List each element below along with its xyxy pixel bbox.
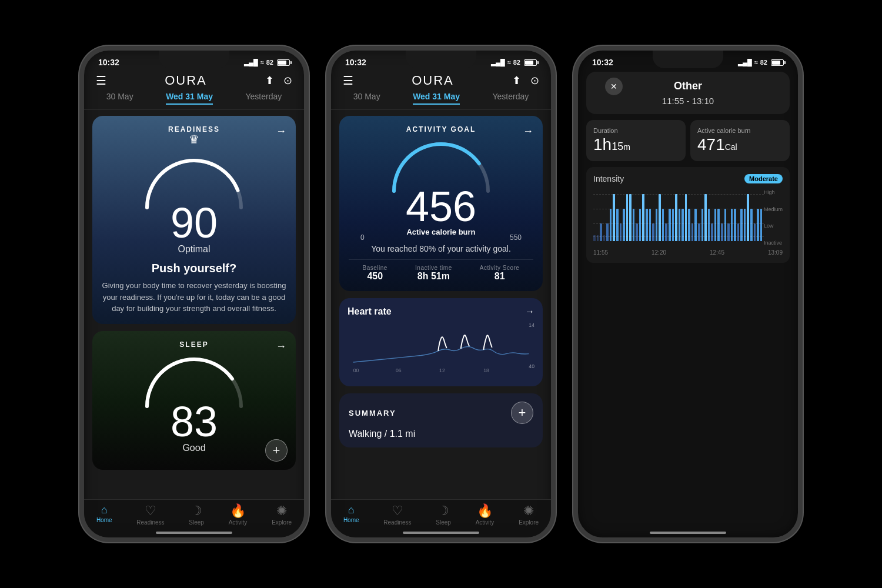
inactive-stat: Inactive time 8h 51m	[415, 265, 452, 282]
low-line	[593, 223, 764, 224]
date-prev-2[interactable]: 30 May	[353, 92, 380, 105]
tab-sleep-label-1: Sleep	[189, 519, 204, 526]
date-next-1[interactable]: Yesterday	[245, 92, 282, 105]
settings-icon-2[interactable]: ⊙	[530, 74, 539, 87]
readiness-tab-icon-2: ♡	[392, 505, 403, 517]
bar-6	[613, 194, 615, 241]
phone2-content: → ACTIVITY GOAL 456 Active calorie burn …	[331, 110, 551, 500]
summary-plus-button[interactable]: +	[511, 402, 533, 424]
date-current-1[interactable]: Wed 31 May	[166, 92, 213, 105]
medium-line	[593, 209, 764, 209]
hr-title: Heart rate	[348, 306, 392, 317]
bar-41	[727, 223, 730, 241]
activity-tab-icon-1: 🔥	[230, 505, 246, 517]
sleep-arrow[interactable]: →	[276, 340, 286, 353]
date-next-2[interactable]: Yesterday	[492, 92, 529, 105]
phone1-content: → READINESS ♛ 90 Optimal Push yourself? …	[84, 110, 304, 500]
bar-11	[629, 194, 632, 241]
settings-icon-1[interactable]: ⊙	[283, 74, 292, 87]
home-indicator-2	[403, 532, 479, 534]
share-icon-1[interactable]: ⬆	[265, 74, 274, 87]
bar-47	[747, 194, 749, 241]
activity-progress: You reached 80% of your activity goal.	[349, 244, 533, 253]
tab-activity-2[interactable]: 🔥 Activity	[476, 505, 495, 526]
sleep-plus-button[interactable]: +	[265, 439, 288, 462]
hr-arrow[interactable]: →	[525, 306, 534, 317]
home-indicator-1	[156, 532, 232, 534]
close-button[interactable]: ✕	[605, 78, 623, 95]
date-current-2[interactable]: Wed 31 May	[413, 92, 460, 105]
tab-explore-1[interactable]: ✺ Explore	[272, 505, 292, 526]
duration-value: 1h15m	[593, 135, 679, 154]
summary-title: SUMMARY	[349, 409, 396, 417]
tab-readiness-2[interactable]: ♡ Readiness	[383, 505, 411, 526]
intensity-levels: High Medium Low Inactive	[764, 188, 783, 247]
baseline-label: Baseline	[363, 265, 387, 271]
signal-icon-1: ▂▄█	[244, 59, 258, 66]
wifi-icon-2: ≈	[507, 59, 511, 66]
tab-readiness-label-1: Readiness	[136, 519, 164, 526]
readiness-arrow[interactable]: →	[276, 125, 286, 138]
readiness-status: Optimal	[178, 244, 210, 255]
heartrate-card: Heart rate → 140 40 00 06 12	[339, 298, 543, 386]
svg-text:00: 00	[353, 368, 359, 373]
duration-unit: m	[623, 142, 630, 152]
intensity-time-labels: 11:55 12:20 12:45 13:09	[593, 249, 783, 256]
intensity-section: Intensity Moderate High Medium Low Inact…	[586, 167, 790, 263]
activity-arrow[interactable]: →	[523, 125, 533, 138]
date-prev-1[interactable]: 30 May	[106, 92, 133, 105]
battery-icon-2	[524, 59, 537, 66]
bar-8	[620, 223, 622, 241]
tab-explore-label-1: Explore	[272, 519, 292, 526]
wifi-icon-1: ≈	[260, 59, 264, 66]
status-icons-2: ▂▄█ ≈ 82	[491, 59, 537, 66]
tab-sleep-label-2: Sleep	[436, 519, 451, 526]
sleep-card: → SLEEP 83 Good +	[92, 331, 296, 470]
bar-10	[626, 194, 629, 241]
level-low: Low	[764, 223, 783, 229]
tab-activity-1[interactable]: 🔥 Activity	[229, 505, 248, 526]
status-icons-1: ▂▄█ ≈ 82	[244, 59, 290, 66]
explore-tab-icon-1: ✺	[276, 505, 287, 517]
intensity-chart: High Medium Low Inactive	[593, 188, 783, 247]
home-icon-2: ⌂	[348, 505, 355, 515]
date-tabs-2: 30 May Wed 31 May Yesterday	[331, 92, 551, 110]
intensity-badge: Moderate	[744, 174, 783, 183]
calories-value: 471Cal	[697, 135, 783, 154]
svg-text:40: 40	[529, 363, 534, 369]
range-min: 0	[360, 233, 365, 242]
readiness-body: Giving your body time to recover yesterd…	[102, 280, 286, 315]
phone-2: 10:32 ▂▄█ ≈ 82 ☰ OURA ⬆ ⊙ 30 May Wed 31 …	[326, 46, 556, 542]
activity-score-stat: Activity Score 81	[480, 265, 520, 282]
inactive-value: 8h 51m	[415, 271, 452, 282]
phone-1: 10:32 ▂▄█ ≈ 82 ☰ OURA ⬆ ⊙ 30 May Wed 31 …	[79, 46, 309, 542]
tab-sleep-1[interactable]: ☽ Sleep	[189, 505, 204, 526]
signal-icon-3: ▂▄█	[738, 59, 752, 66]
status-bar-2: 10:32 ▂▄█ ≈ 82	[331, 51, 551, 69]
bar-39	[721, 223, 723, 241]
share-icon-2[interactable]: ⬆	[512, 74, 521, 87]
activity-time-range: 11:55 - 13:10	[596, 96, 780, 106]
menu-icon-2[interactable]: ☰	[343, 74, 353, 88]
signal-icon-2: ▂▄█	[491, 59, 505, 66]
sleep-score: 83	[171, 400, 218, 443]
tab-sleep-2[interactable]: ☽ Sleep	[436, 505, 451, 526]
svg-text:18: 18	[483, 368, 489, 373]
inactive-label: Inactive time	[415, 265, 452, 271]
tab-home-2[interactable]: ⌂ Home	[343, 505, 359, 526]
score-stat-label: Activity Score	[480, 265, 520, 271]
tab-home-label-2: Home	[343, 517, 359, 523]
activity-type-title: Other	[674, 80, 702, 92]
menu-icon-1[interactable]: ☰	[96, 74, 106, 88]
tab-activity-label-1: Activity	[229, 519, 248, 526]
calories-label: Active calorie burn	[697, 127, 783, 134]
crown-icon: ♛	[189, 132, 199, 146]
detail-stats-row: Duration 1h15m Active calorie burn 471Ca…	[586, 120, 790, 161]
calories-unit: Cal	[725, 142, 737, 152]
tab-explore-2[interactable]: ✺ Explore	[519, 505, 539, 526]
range-max: 550	[510, 233, 522, 242]
time-3: 10:32	[592, 58, 613, 67]
tab-readiness-1[interactable]: ♡ Readiness	[136, 505, 164, 526]
intensity-bars	[593, 188, 783, 241]
tab-home-1[interactable]: ⌂ Home	[96, 505, 112, 526]
